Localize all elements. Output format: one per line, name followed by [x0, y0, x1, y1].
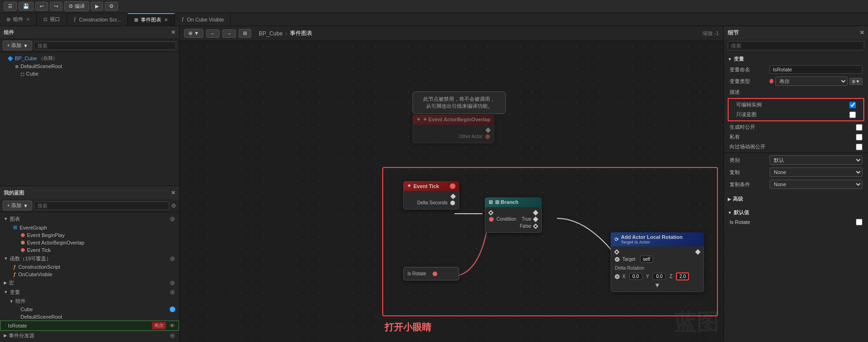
components-panel-close[interactable]: ✕	[171, 29, 175, 35]
bp-search-input[interactable]	[34, 202, 169, 210]
variables-add-icon[interactable]: ⊕	[170, 288, 175, 296]
breadcrumb-bp[interactable]: BP_Cube	[259, 30, 282, 37]
category-select[interactable]: 默认	[770, 155, 862, 165]
replicate-cond-select[interactable]: None	[770, 180, 862, 189]
nav-mode-button[interactable]: ⊕ ▼	[184, 29, 203, 38]
nav-home-button[interactable]: ⊞	[239, 29, 251, 38]
construction-script-item[interactable]: ƒ ConstructionScript	[0, 263, 179, 271]
component-search-input[interactable]	[34, 42, 176, 50]
add-bp-button[interactable]: + 添加 ▼	[3, 201, 32, 210]
on-cube-visible-item[interactable]: ƒ OnCubeVisible	[0, 271, 179, 278]
tab-eventgraph-close[interactable]: ✕	[164, 17, 168, 22]
add-rotation-exec-in	[615, 249, 700, 255]
default-scene-root-var-row[interactable]: DefaultSceneRoot	[0, 313, 179, 321]
components-panel-title: 组件	[4, 29, 14, 36]
tab-components-close[interactable]: ✕	[26, 17, 30, 22]
eye-icon[interactable]: 👁	[170, 323, 175, 328]
add-component-button[interactable]: + 添加 ▼	[3, 41, 32, 50]
menu-button[interactable]: ☰	[4, 2, 17, 11]
component-tree: 🔷 BP_Cube （自我） ⊕ DefaultSceneRoot ◻ Cube	[0, 52, 179, 186]
tab-oncubevisible[interactable]: ƒ On Cube Visible	[175, 13, 231, 26]
event-actor-begin-overlap[interactable]: Event ActorBeginOverlap	[0, 239, 179, 246]
default-scene-root-var-label: DefaultSceneRoot	[21, 314, 62, 320]
tab-eventgraph[interactable]: ⊞ 事件图表 ✕	[128, 13, 175, 26]
graph-add-icon[interactable]: ⊕	[170, 215, 175, 223]
cube-var-row[interactable]: Cube	[0, 306, 179, 313]
var-type-extra-btn[interactable]: ⊕▼	[849, 78, 862, 85]
replicate-select[interactable]: None	[770, 168, 862, 177]
my-bp-close[interactable]: ✕	[171, 190, 175, 196]
replicate-cond-row: 复制条件 None	[724, 178, 868, 190]
save-button[interactable]: 💾	[19, 2, 34, 11]
undo-button[interactable]: ↩	[35, 2, 48, 11]
expose-on-spawn-checkbox[interactable]	[856, 124, 862, 131]
tree-root-item[interactable]: 🔷 BP_Cube （自我）	[0, 54, 179, 63]
settings-button[interactable]: ⚙	[105, 2, 118, 11]
replicate-value: None	[770, 168, 862, 177]
tab-viewport[interactable]: ⊡ 视口	[37, 13, 67, 26]
var-desc-row: 描述	[724, 87, 868, 97]
add-rotation-body: Target self Delta Rotation X 0.0 Y 0.0 Z…	[611, 246, 704, 292]
branch-node[interactable]: ⊞ ⊞ Branch Condition True	[485, 197, 542, 233]
tree-cube[interactable]: ◻ Cube	[0, 70, 179, 77]
components-subsection[interactable]: ▼ 组件	[0, 297, 179, 306]
details-search-input[interactable]	[728, 41, 864, 50]
run-button[interactable]: ▶	[91, 2, 103, 11]
macro-add-icon[interactable]: ⊕	[170, 279, 175, 286]
event-tick-node[interactable]: ✦ Event Tick Delta Seconds	[403, 181, 459, 209]
add-bp-arrow: ▼	[23, 203, 28, 209]
z-value[interactable]: 2.0	[676, 272, 689, 280]
advanced-section-label: 高级	[733, 195, 743, 202]
variable-section-header[interactable]: ▼ 变量	[724, 54, 868, 64]
readonly-bp-checkbox[interactable]	[849, 112, 856, 118]
functions-section-header[interactable]: ▼ 函数（19可覆盖） ⊕	[0, 254, 179, 263]
nav-back-button[interactable]: ←	[206, 29, 220, 38]
bp-settings-icon[interactable]: ⚙	[171, 202, 176, 209]
graph-section-header[interactable]: ▼ 图表 ⊕	[0, 214, 179, 223]
default-value-header[interactable]: ▼ 默认值	[724, 208, 868, 217]
replicate-label: 复制	[730, 169, 767, 176]
components-panel-header: 组件 ✕	[0, 26, 179, 39]
private-checkbox[interactable]	[856, 134, 862, 140]
advanced-section-header[interactable]: ▶ 高级	[724, 194, 868, 204]
is-rotate-type-badge: 布尔	[152, 322, 166, 329]
bp-self-label: （自我）	[39, 55, 57, 62]
x-value[interactable]: 0.0	[629, 273, 642, 280]
events-add-icon[interactable]: ⊕	[170, 332, 175, 339]
add-actor-local-rotation-node[interactable]: ⟳ Add Actor Local Rotation Target is Act…	[611, 232, 704, 292]
redo-button[interactable]: ↪	[50, 2, 62, 11]
expose-to-cin-checkbox[interactable]	[856, 144, 862, 150]
event-actor-exec-pin	[417, 127, 490, 133]
functions-add-icon[interactable]: ⊕	[170, 255, 175, 262]
event-graph-item[interactable]: ⊞ EventGraph	[0, 223, 179, 231]
details-close[interactable]: ✕	[860, 29, 864, 36]
tree-default-scene-root[interactable]: ⊕ DefaultSceneRoot	[0, 63, 179, 70]
blueprint-canvas[interactable]: 此节点被禁用，将不会被调用， 从引脚连出引线来编译功能。 ✦ ✦ Event A…	[179, 41, 723, 342]
macro-section-header[interactable]: ▶ 宏 ⊕	[0, 278, 179, 287]
event-tick[interactable]: Event Tick	[0, 246, 179, 254]
var-type-label: 变量类型	[730, 78, 767, 85]
tab-components[interactable]: ⊞ 组件 ✕	[0, 13, 37, 26]
event-begin-play[interactable]: Event BeginPlay	[0, 231, 179, 239]
is-rotate-node[interactable]: Is Rotate	[403, 267, 459, 280]
editable-instance-checkbox[interactable]	[849, 102, 856, 108]
false-label: False	[520, 223, 531, 229]
nav-forward-button[interactable]: →	[222, 29, 236, 38]
var-type-value: 布尔 ⊕▼	[770, 77, 862, 86]
delta-rotation-label: Delta Rotation	[615, 264, 700, 272]
var-type-select[interactable]: 布尔	[775, 77, 847, 86]
expand-button[interactable]: ▼	[615, 281, 700, 289]
overlap-label: Event ActorBeginOverlap	[27, 240, 84, 245]
is-rotate-var-row[interactable]: IsRotate 布尔 👁	[0, 321, 179, 331]
tab-construction[interactable]: ƒ Construction Scr...	[67, 13, 128, 26]
is-rotate-default-checkbox[interactable]	[856, 219, 862, 225]
var-name-input[interactable]	[770, 65, 862, 74]
y-value[interactable]: 0.0	[653, 273, 666, 280]
add-rotation-subtitle: Target is Actor	[621, 240, 682, 244]
variables-section-header[interactable]: ▼ 变量 ⊕	[0, 287, 179, 297]
construction-tab-icon: ƒ	[74, 17, 76, 22]
compile-button[interactable]: ⚙ 编译	[64, 1, 89, 11]
events-section-header[interactable]: ▶ 事件分发器 ⊕	[0, 331, 179, 340]
event-actor-begin-overlap-node[interactable]: ✦ ✦ Event ActorBeginOverlap Other Actor	[413, 115, 494, 143]
branch-exec-in	[489, 210, 537, 216]
